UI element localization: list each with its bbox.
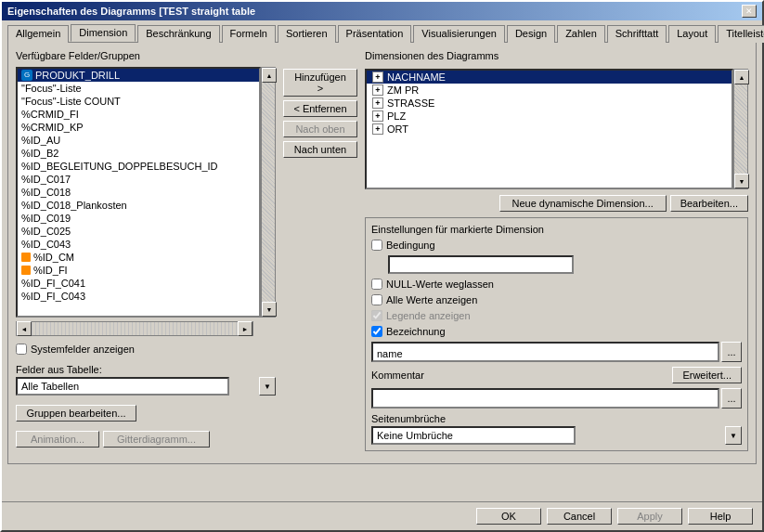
dim-item[interactable]: + PLZ — [367, 110, 732, 123]
kommentar-input-row: ... — [371, 388, 742, 409]
tab-zahlen[interactable]: Zahlen — [557, 25, 605, 43]
list-item[interactable]: %ID_B2 — [18, 147, 259, 160]
dim-item[interactable]: + ZM PR — [367, 84, 732, 97]
bezeichnung-checkbox[interactable] — [371, 326, 382, 337]
all-values-row: Alle Werte anzeigen — [371, 294, 742, 305]
tab-visualisierungen[interactable]: Visualisierungen — [413, 25, 505, 43]
dim-scroll-down[interactable]: ▼ — [734, 174, 749, 188]
legend-row: Legende anzeigen — [371, 310, 742, 321]
tab-praesentation[interactable]: Präsentation — [338, 25, 412, 43]
list-item[interactable]: %ID_BEGLEITUNG_DOPPELBESUCH_ID — [18, 160, 259, 173]
null-values-checkbox[interactable] — [371, 279, 382, 290]
list-item[interactable]: %ID_FI_C041 — [18, 277, 259, 290]
tab-allgemein[interactable]: Allgemein — [7, 25, 69, 43]
seitenumbrueche-select-wrapper: Keine Umbrüche ▼ — [371, 426, 742, 445]
list-item[interactable]: %ID_C017 — [18, 173, 259, 186]
listbox-hscrollbar[interactable]: ◄ ► — [16, 321, 253, 336]
scroll-track — [262, 83, 275, 302]
gitter-button[interactable]: Gitterdiagramm... — [103, 431, 210, 448]
kommentar-label: Kommentar — [371, 370, 424, 381]
list-item[interactable]: %CRMID_FI — [18, 108, 259, 121]
tab-content: Verfügbare Felder/Gruppen G PRODUKT_DRIL… — [7, 42, 757, 464]
expand-icon: + — [372, 123, 383, 135]
dim-scroll-track — [734, 84, 747, 174]
up-button[interactable]: Nach oben — [283, 121, 357, 137]
scroll-down-arrow[interactable]: ▼ — [262, 302, 277, 317]
tab-titelleiste[interactable]: Titelleiste — [718, 25, 764, 43]
list-item[interactable]: %ID_C019 — [18, 212, 259, 225]
groups-edit-button[interactable]: Gruppen bearbeiten... — [16, 405, 136, 422]
bezeichnung-ellipsis-button[interactable]: ... — [721, 342, 742, 362]
kommentar-ellipsis-button[interactable]: ... — [721, 388, 742, 409]
system-fields-checkbox[interactable] — [16, 344, 27, 355]
bedingung-checkbox[interactable] — [371, 240, 382, 251]
scroll-up-arrow[interactable]: ▲ — [262, 68, 277, 83]
tab-schrifttatt[interactable]: Schrifttatt — [607, 25, 667, 43]
listbox-scrollbar[interactable]: ▲ ▼ — [261, 67, 276, 318]
list-item[interactable]: "Focus"-Liste COUNT — [18, 95, 259, 108]
dim-item[interactable]: + NACHNAME — [367, 71, 732, 84]
all-values-checkbox[interactable] — [371, 294, 382, 305]
table-select[interactable]: Alle Tabellen — [16, 377, 229, 396]
field-icon — [21, 266, 31, 275]
dim-item[interactable]: + ORT — [367, 123, 732, 136]
list-item[interactable]: %ID_C018_Plankosten — [18, 199, 259, 212]
close-button[interactable]: ✕ — [742, 5, 757, 18]
tab-dimension[interactable]: Dimension — [71, 24, 136, 42]
title-bar-controls: ✕ — [742, 5, 757, 18]
remove-button[interactable]: < Entfernen — [283, 100, 357, 117]
tab-beschraenkung[interactable]: Beschränkung — [137, 25, 219, 43]
content-inner: Verfügbare Felder/Gruppen G PRODUKT_DRIL… — [16, 50, 748, 456]
seitenumbrueche-section: Seitenumbrüche Keine Umbrüche ▼ — [371, 413, 742, 445]
bedingung-input[interactable] — [388, 255, 574, 274]
footer: OK Cancel Apply Help — [2, 501, 762, 530]
list-item[interactable]: G PRODUKT_DRILL — [18, 69, 259, 82]
seitenumbrueche-select[interactable]: Keine Umbrüche — [371, 426, 576, 445]
tab-layout[interactable]: Layout — [668, 25, 716, 43]
expand-icon: + — [372, 110, 383, 122]
list-item[interactable]: %ID_C025 — [18, 225, 259, 238]
fields-listbox[interactable]: G PRODUKT_DRILL "Focus"-Liste "Focus"-Li… — [16, 67, 261, 318]
dim-listbox[interactable]: + NACHNAME + ZM PR + STRASSE + — [365, 69, 733, 189]
dim-scroll-up[interactable]: ▲ — [734, 70, 749, 84]
new-dynamic-dim-button[interactable]: Neue dynamische Dimension... — [499, 195, 667, 212]
list-item[interactable]: %ID_FI_C043 — [18, 290, 259, 303]
dim-item[interactable]: + STRASSE — [367, 97, 732, 110]
edit-dim-button[interactable]: Bearbeiten... — [670, 195, 748, 212]
list-item[interactable]: %ID_C018 — [18, 186, 259, 199]
tab-design[interactable]: Design — [507, 25, 555, 43]
tab-formeln[interactable]: Formeln — [222, 25, 276, 43]
down-button[interactable]: Nach unten — [283, 141, 357, 158]
list-item[interactable]: %ID_C043 — [18, 238, 259, 251]
table-label: Felder aus Tabelle: — [16, 364, 276, 375]
bezeichnung-row: Bezeichnung — [371, 326, 742, 337]
ok-button[interactable]: OK — [476, 508, 541, 525]
list-item[interactable]: %ID_FI — [18, 264, 259, 277]
list-item[interactable]: %ID_AU — [18, 134, 259, 147]
scroll-left-arrow[interactable]: ◄ — [17, 321, 32, 336]
list-item[interactable]: %ID_CM — [18, 251, 259, 264]
legend-checkbox[interactable] — [371, 310, 382, 321]
apply-button[interactable]: Apply — [617, 508, 682, 525]
kommentar-input[interactable] — [371, 388, 719, 409]
bezeichnung-input-row: name ... — [371, 342, 742, 362]
dim-listbox-container: + NACHNAME + ZM PR + STRASSE + — [365, 69, 748, 189]
dim-scrollbar[interactable]: ▲ ▼ — [733, 69, 748, 189]
window-title: Eigenschaften des Diagramms [TEST straig… — [7, 6, 255, 17]
available-fields-label: Verfügbare Felder/Gruppen — [16, 50, 276, 61]
list-item[interactable]: "Focus"-Liste — [18, 82, 259, 95]
bezeichnung-input[interactable]: name — [371, 342, 719, 362]
null-values-label: NULL-Werte weglassen — [386, 279, 494, 290]
animation-gitter-row: Animation... Gitterdiagramm... — [16, 431, 276, 448]
animation-button[interactable]: Animation... — [16, 431, 99, 448]
tab-sortieren[interactable]: Sortieren — [278, 25, 336, 43]
help-button[interactable]: Help — [688, 508, 753, 525]
expand-icon: + — [372, 71, 383, 83]
cancel-button[interactable]: Cancel — [547, 508, 612, 525]
dim-label: Dimensionen des Diagramms — [365, 50, 748, 61]
scroll-right-arrow[interactable]: ► — [238, 321, 253, 336]
add-button[interactable]: Hinzufügen > — [283, 69, 357, 97]
erweitern-button[interactable]: Erweitert... — [672, 367, 742, 383]
list-item[interactable]: %CRMID_KP — [18, 121, 259, 134]
bezeichnung-label: Bezeichnung — [386, 326, 446, 337]
